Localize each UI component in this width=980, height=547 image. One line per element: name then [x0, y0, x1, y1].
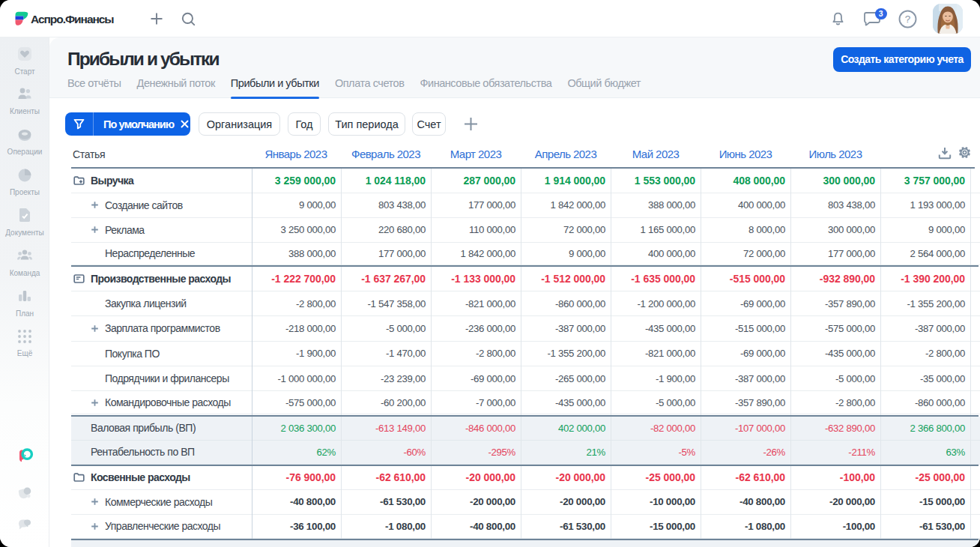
svg-text:?: ? [905, 13, 911, 25]
